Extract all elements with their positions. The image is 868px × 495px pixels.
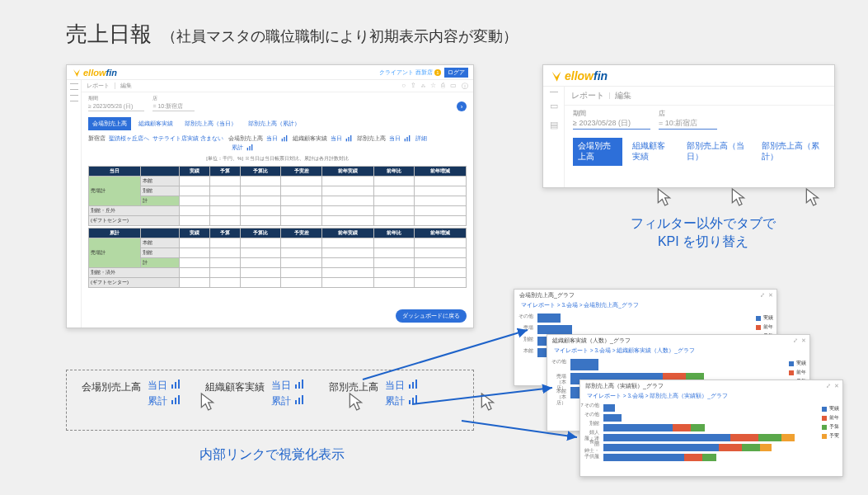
chart-icon[interactable]	[408, 395, 418, 408]
svg-rect-5	[350, 135, 351, 141]
crumb-edit[interactable]: 編集	[120, 82, 132, 90]
crumb-edit[interactable]: 編集	[615, 90, 631, 101]
tab-dept-today[interactable]: 部別売上高（当日）	[181, 117, 241, 130]
filter-period[interactable]: 期間 ≥ 2023/05/28 (日)	[573, 109, 650, 130]
svg-rect-0	[281, 139, 282, 141]
print-icon[interactable]: ⎙	[441, 82, 445, 91]
chart-icon[interactable]	[345, 135, 352, 143]
link-other-store[interactable]: 聖蹟桜ヶ丘店へ	[109, 135, 149, 143]
apply-filter-button[interactable]: ›	[457, 101, 467, 111]
grp-venue-label: 会場別売上高	[82, 379, 141, 394]
tab-org-customer[interactable]: 組織顧客実績	[134, 117, 177, 130]
star-icon[interactable]: ☆	[430, 82, 436, 91]
tab-org-customer[interactable]: 組織顧客実績	[627, 138, 677, 166]
table-today: 当日 実績予算 予算比予実差 前年実績前年比 前年増減 売場計本館 別館 計 別…	[88, 166, 467, 226]
svg-rect-25	[412, 382, 414, 389]
cursor-icon	[479, 392, 495, 412]
cursor-icon	[199, 392, 215, 412]
share-icon[interactable]: ⇪	[411, 82, 416, 91]
cursor-icon	[655, 187, 672, 207]
chart-icon[interactable]	[404, 135, 411, 143]
menu-icon[interactable]	[70, 83, 78, 84]
svg-rect-2	[286, 135, 287, 141]
filter-icon[interactable]: ▤	[550, 120, 558, 130]
menu-icon[interactable]	[550, 92, 558, 92]
link-dept-today[interactable]: 当日	[389, 135, 401, 143]
action-icon[interactable]: ○	[401, 82, 406, 91]
link-venue-today[interactable]: 当日	[266, 135, 278, 143]
logout-button[interactable]: ログア	[444, 68, 468, 78]
filter-store[interactable]: 店 = 10:新宿店	[152, 95, 195, 111]
chart-icon[interactable]	[246, 144, 253, 152]
expand-icon[interactable]: ⤢	[826, 383, 831, 389]
link-dept-total[interactable]: 累計	[385, 394, 405, 408]
svg-rect-6	[404, 139, 405, 141]
rail-icon[interactable]	[70, 95, 78, 96]
chart-breadcrumb[interactable]: マイレポート > 3.会場 > 組織顧客実績（人数）_グラフ	[547, 346, 809, 356]
filter-row: 期間 ≥ 2023/05/28 (日) 店 = 10:新宿店 ›	[82, 92, 473, 114]
brand-icon	[550, 69, 563, 82]
svg-rect-10	[249, 146, 250, 150]
chart-breadcrumb[interactable]: マイレポート > 3.会場 > 部別売上高（実績額）_グラフ	[580, 392, 842, 401]
svg-rect-17	[178, 395, 180, 404]
svg-rect-7	[406, 137, 407, 141]
chart-popouts: ⤢✕ 会場別売上高_グラフ マイレポート > 3.会場 > 会場別売上高_グラフ…	[514, 289, 843, 478]
svg-rect-3	[345, 139, 346, 141]
chart-breadcrumb[interactable]: マイレポート > 3.会場 > 会場別売上高_グラフ	[514, 301, 777, 310]
rss-icon[interactable]: ஃ	[421, 82, 425, 91]
filter-period[interactable]: 期間 ≥ 2023/05/28 (日)	[88, 95, 144, 111]
info-icon[interactable]: ⓘ	[462, 82, 468, 91]
page-title: 売上日報 （社員マスタの職位職制により初期表示内容が変動）	[66, 20, 518, 49]
zoom-header-panel: ellowfin ▭ ▤ レポート 編集 期間 ≥ 2023/05/28 (日)…	[542, 64, 835, 188]
left-rail	[67, 80, 82, 328]
link-venue-total[interactable]: 累計	[148, 394, 167, 408]
cursor-icon	[730, 187, 746, 207]
chart-icon[interactable]	[294, 395, 304, 408]
close-icon[interactable]: ✕	[801, 337, 806, 344]
chart-icon[interactable]	[294, 380, 304, 392]
svg-rect-29	[415, 395, 417, 404]
client-label[interactable]: クライアント 西新店1	[379, 68, 441, 77]
table-total: 累計 実績予算 予算比予実差 前年実績前年比 前年増減 売場計本館 別館 計 別…	[88, 228, 467, 288]
page-title-main: 売上日報	[66, 21, 152, 46]
link-exclude-sat[interactable]: サテライト店実績 含まない	[152, 135, 223, 143]
close-icon[interactable]: ✕	[834, 383, 839, 389]
breadcrumb: レポート 編集 ○ ⇪ ஃ ☆ ⎙ ▭ ⓘ	[82, 80, 473, 92]
tab-venue-sales[interactable]: 会場別売上高	[573, 138, 622, 166]
back-to-dashboard-button[interactable]: ダッシュボードに戻る	[396, 309, 467, 323]
rail-icon[interactable]	[70, 101, 78, 101]
tab-dept-total[interactable]: 部別売上高（累計）	[757, 138, 826, 166]
chart-icon[interactable]	[171, 395, 181, 408]
link-org-today[interactable]: 当日	[331, 135, 342, 143]
link-venue-today[interactable]: 当日	[148, 379, 167, 393]
chart-icon[interactable]	[408, 380, 418, 392]
inline-links-callout: 会場別売上高 当日 累計 組織顧客実績 当日 累計 部別売上高 当日 累計	[66, 370, 474, 431]
folder-icon[interactable]: ▭	[550, 101, 558, 111]
tab-dept-today[interactable]: 部別売上高（当日）	[682, 138, 751, 166]
link-detail[interactable]: 詳細	[415, 135, 427, 143]
notification-badge-icon[interactable]: 1	[434, 69, 441, 76]
tab-dept-total[interactable]: 部別売上高（累計）	[244, 117, 304, 130]
svg-rect-13	[175, 382, 176, 389]
chart-icon[interactable]	[171, 380, 181, 392]
expand-icon[interactable]: ⤢	[793, 337, 798, 344]
link-dept-today[interactable]: 当日	[385, 379, 405, 393]
close-icon[interactable]: ✕	[768, 292, 773, 299]
expand-icon[interactable]: ⤢	[760, 292, 765, 299]
link-venue-total[interactable]: 累計	[232, 144, 243, 152]
chart-icon[interactable]	[281, 135, 288, 143]
toolbar-icons: ○ ⇪ ஃ ☆ ⎙ ▭ ⓘ	[401, 82, 468, 91]
svg-rect-11	[251, 144, 252, 150]
rail-icon[interactable]	[70, 89, 78, 90]
svg-rect-12	[171, 384, 173, 389]
cursor-icon	[347, 392, 364, 412]
caption-tab-switch: フィルター以外でタブで KPI を切り替え	[588, 214, 819, 252]
tab-venue-sales[interactable]: 会場別売上高	[88, 117, 131, 130]
topbar: ellowfin クライアント 西新店1 ログア	[67, 65, 473, 80]
crumb-report[interactable]: レポート	[87, 82, 110, 90]
display-icon[interactable]: ▭	[450, 82, 457, 91]
link-org-total[interactable]: 累計	[271, 394, 291, 408]
link-org-today[interactable]: 当日	[271, 379, 291, 393]
crumb-report[interactable]: レポート	[571, 90, 604, 101]
filter-store[interactable]: 店 = 10:新宿店	[659, 109, 717, 130]
